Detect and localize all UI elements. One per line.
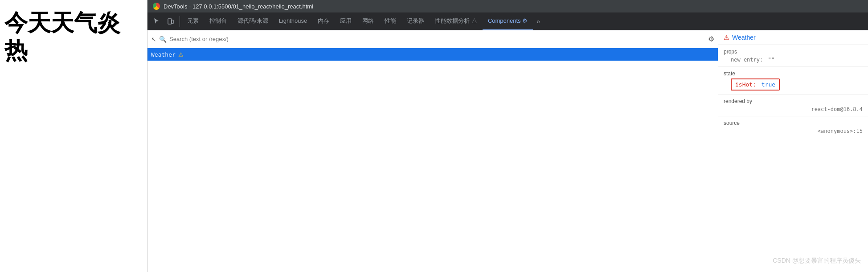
svg-rect-0 — [168, 19, 172, 24]
state-ishot-key: isHot: — [735, 81, 756, 88]
tab-memory[interactable]: 内存 — [312, 12, 335, 30]
tab-components[interactable]: Components ⚙ — [483, 12, 533, 30]
chrome-icon — [153, 3, 160, 10]
tree-item-warning-icon: ⚠ — [178, 51, 184, 58]
source-label: source — [724, 120, 863, 126]
devtools-panel: DevTools - 127.0.0.1:5500/01_hello_react… — [147, 0, 868, 272]
settings-icon[interactable]: ⚙ — [708, 35, 714, 43]
tab-sources[interactable]: 源代码/来源 — [232, 12, 274, 30]
search-input[interactable] — [169, 36, 705, 42]
source-value: <anonymous>:15 — [724, 128, 863, 134]
source-section: source <anonymous>:15 — [718, 116, 868, 138]
toolbar-separator-1 — [180, 16, 180, 27]
state-section: state isHot: true — [718, 67, 868, 95]
tree-item-weather[interactable]: Weather ⚠ — [147, 48, 718, 61]
tree-item-label: Weather — [151, 51, 176, 58]
page-title: 今天天气炎热 — [4, 9, 143, 65]
devtools-title: DevTools - 127.0.0.1:5500/01_hello_react… — [164, 3, 313, 10]
more-tabs-btn[interactable]: » — [533, 12, 544, 30]
svg-rect-1 — [172, 20, 173, 24]
right-component-name: Weather — [732, 34, 756, 41]
tab-recorder[interactable]: 记录器 — [401, 12, 430, 30]
state-ishot-value: true — [762, 81, 775, 88]
cursor-search-icon[interactable]: ↖ — [151, 36, 156, 43]
watermark: CSDN @想要暴富的程序员傻头 — [773, 257, 861, 265]
search-icon: 🔍 — [159, 36, 167, 43]
tab-performance[interactable]: 性能 — [379, 12, 401, 30]
rendered-by-section: rendered by react-dom@16.8.4 — [718, 95, 868, 116]
components-left-panel: ↖ 🔍 ⚙ Weather ⚠ — [147, 30, 718, 272]
state-ishot-box: isHot: true — [731, 78, 780, 91]
rendered-by-label: rendered by — [724, 98, 863, 104]
cursor-icon-btn[interactable] — [149, 14, 164, 29]
tab-performance-insights[interactable]: 性能数据分析 △ — [430, 12, 483, 30]
component-tree: Weather ⚠ — [147, 48, 718, 272]
devtools-body: ↖ 🔍 ⚙ Weather ⚠ ⚠ Weather pro — [147, 30, 868, 272]
device-icon-btn[interactable] — [164, 14, 178, 29]
tab-elements[interactable]: 元素 — [182, 12, 204, 30]
right-warning-icon: ⚠ — [724, 34, 729, 41]
devtools-toolbar: 元素 控制台 源代码/来源 Lighthouse 内存 应用 网络 性能 记录器… — [147, 12, 868, 30]
search-bar: ↖ 🔍 ⚙ — [147, 30, 718, 48]
props-entry-value: "" — [768, 57, 774, 63]
page-area: 今天天气炎热 — [0, 0, 147, 272]
devtools-titlebar: DevTools - 127.0.0.1:5500/01_hello_react… — [147, 0, 868, 12]
state-label: state — [724, 70, 863, 77]
props-section: props new entry: "" — [718, 45, 868, 67]
tab-application[interactable]: 应用 — [335, 12, 357, 30]
components-right-panel: ⚠ Weather props new entry: "" state isHo… — [718, 30, 868, 272]
tab-console[interactable]: 控制台 — [204, 12, 232, 30]
tab-lighthouse[interactable]: Lighthouse — [274, 12, 313, 30]
props-entry-new-entry: new entry: "" — [724, 57, 863, 63]
right-panel-header: ⚠ Weather — [718, 30, 868, 45]
props-label: props — [724, 49, 863, 55]
props-entry-key: new entry: — [731, 57, 763, 63]
tab-network[interactable]: 网络 — [357, 12, 379, 30]
rendered-by-value: react-dom@16.8.4 — [724, 106, 863, 112]
